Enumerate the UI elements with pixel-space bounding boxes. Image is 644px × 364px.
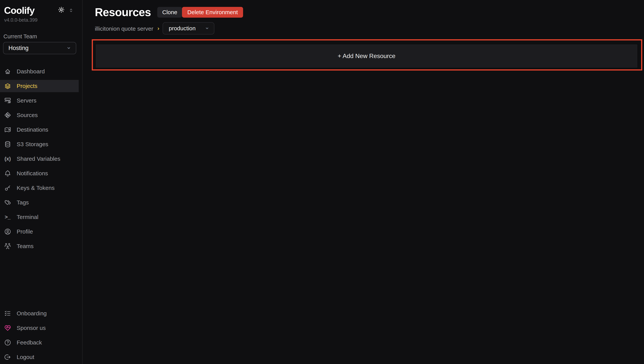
current-team-label: Current Team [4, 33, 37, 40]
sidebar-footer-nav: Onboarding Sponsor us Feedback Logout [0, 307, 82, 364]
chevron-up-down-icon [68, 8, 74, 13]
map-x-icon [4, 126, 11, 133]
sidebar-item-label: Servers [17, 97, 36, 104]
sidebar-item-label: Logout [17, 354, 34, 360]
sidebar-item-label: Destinations [17, 126, 48, 133]
chevron-down-icon [66, 45, 72, 51]
sidebar-item-label: Feedback [17, 339, 42, 346]
page-title: Resources [95, 6, 151, 19]
bell-icon [4, 170, 11, 177]
clone-button[interactable]: Clone [157, 7, 182, 18]
variables-icon: (x) [4, 156, 11, 162]
sidebar-item-label: Sources [17, 112, 38, 118]
sidebar-item-label: Keys & Tokens [17, 185, 54, 191]
team-select-value: Hosting [8, 45, 28, 52]
database-icon [4, 140, 11, 148]
environment-select-value: production [169, 25, 196, 32]
sidebar-item-label: Profile [17, 228, 33, 235]
user-circle-icon [4, 228, 11, 235]
sidebar-item-teams[interactable]: Teams [0, 240, 79, 252]
breadcrumb-project-link[interactable]: illicitonion quote server [95, 26, 153, 32]
sidebar-item-label: S3 Storages [17, 141, 48, 148]
sidebar-item-logout[interactable]: Logout [0, 351, 79, 363]
tags-icon [4, 199, 11, 206]
sidebar-item-label: Dashboard [17, 68, 45, 75]
terminal-icon: >_ [4, 214, 11, 220]
add-new-resource-label: + Add New Resource [338, 52, 396, 60]
sidebar-item-label: Shared Variables [17, 156, 60, 162]
checklist-icon [4, 310, 11, 317]
sidebar-item-label: Notifications [17, 170, 48, 177]
app-root: Coolify v4.0.0-beta.399 Current Team Hos… [0, 0, 644, 364]
key-icon [4, 184, 11, 192]
sidebar-item-label: Teams [17, 243, 34, 250]
sidebar-item-shared-variables[interactable]: (x) Shared Variables [0, 153, 79, 165]
sidebar-item-s3-storages[interactable]: S3 Storages [0, 138, 79, 150]
sidebar-item-keys-tokens[interactable]: Keys & Tokens [0, 182, 79, 194]
sidebar-item-tags[interactable]: Tags [0, 196, 79, 209]
sidebar-item-sponsor-us[interactable]: Sponsor us [0, 322, 79, 334]
sidebar-item-feedback[interactable]: Feedback [0, 336, 79, 349]
sidebar: Coolify v4.0.0-beta.399 Current Team Hos… [0, 0, 82, 364]
app-version: v4.0.0-beta.399 [4, 17, 38, 23]
sidebar-item-notifications[interactable]: Notifications [0, 167, 79, 180]
sun-icon [58, 6, 65, 14]
environment-select[interactable]: production [163, 22, 214, 34]
sidebar-item-profile[interactable]: Profile [0, 226, 79, 238]
sidebar-item-sources[interactable]: Sources [0, 109, 79, 121]
breadcrumb: illicitonion quote server [95, 26, 161, 32]
sidebar-item-label: Sponsor us [17, 325, 46, 331]
sidebar-item-dashboard[interactable]: Dashboard [0, 65, 79, 78]
sidebar-item-label: Onboarding [17, 310, 47, 317]
users-group-icon [4, 242, 11, 250]
sidebar-item-projects[interactable]: Projects [0, 80, 79, 92]
main-content: Resources Clone Delete Environment illic… [83, 0, 644, 364]
heart-handshake-icon [4, 324, 11, 332]
sidebar-nav: Dashboard Projects Servers Sources [0, 65, 82, 254]
server-icon [4, 97, 11, 104]
sidebar-item-label: Terminal [17, 214, 38, 220]
home-icon [4, 68, 11, 75]
sidebar-item-label: Projects [17, 83, 37, 89]
sidebar-item-terminal[interactable]: >_ Terminal [0, 211, 79, 223]
team-select[interactable]: Hosting [3, 42, 76, 54]
sidebar-item-onboarding[interactable]: Onboarding [0, 307, 79, 320]
delete-environment-button[interactable]: Delete Environment [182, 7, 243, 18]
version-selector-button[interactable] [68, 8, 74, 13]
git-icon [4, 112, 11, 119]
help-circle-icon [4, 339, 11, 346]
chevron-right-icon [156, 26, 161, 31]
chevron-down-icon [204, 25, 210, 32]
sidebar-item-servers[interactable]: Servers [0, 94, 79, 107]
layers-icon [4, 82, 11, 90]
app-logo-text: Coolify [4, 5, 34, 16]
theme-toggle-button[interactable] [58, 6, 65, 14]
add-new-resource-button[interactable]: + Add New Resource [95, 44, 638, 68]
sidebar-item-destinations[interactable]: Destinations [0, 124, 79, 136]
sidebar-item-label: Tags [17, 199, 29, 206]
logout-icon [4, 354, 11, 361]
